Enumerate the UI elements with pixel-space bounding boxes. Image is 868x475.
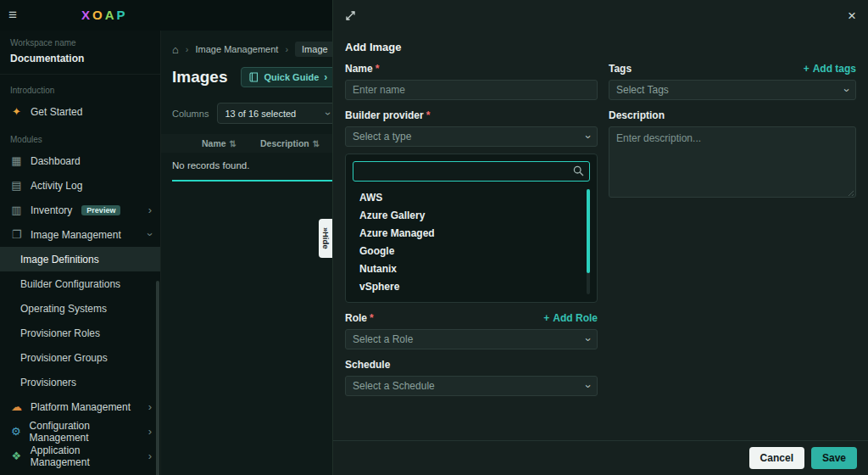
tags-select[interactable]: Select Tags › — [609, 80, 856, 100]
hamburger-menu-icon[interactable]: ≡ — [8, 7, 29, 24]
role-label: Role — [345, 312, 367, 324]
tags-placeholder: Select Tags — [616, 84, 669, 96]
expand-icon[interactable] — [345, 10, 356, 21]
columns-select[interactable]: 13 of 16 selected › — [217, 103, 337, 124]
description-textarea-wrap — [609, 126, 856, 201]
sort-icon[interactable]: ⇅ — [230, 139, 236, 148]
search-icon — [573, 165, 584, 176]
preview-badge: Preview — [81, 205, 120, 215]
chevron-right-icon: › — [186, 44, 189, 54]
option-azure-gallery[interactable]: Azure Gallery — [353, 206, 581, 224]
sidebar-item-label: Image Management — [31, 229, 121, 241]
option-google[interactable]: Google — [353, 242, 581, 260]
workspace-block: Workspace name Documentation — [0, 31, 160, 75]
required-marker: * — [376, 63, 380, 75]
sidebar-item-label: Activity Log — [31, 180, 82, 192]
section-modules: Modules — [0, 124, 160, 148]
plus-icon: + — [804, 63, 810, 75]
chevron-down-icon: › — [840, 88, 853, 92]
drawer-title: Add Image — [333, 31, 868, 53]
schedule-placeholder: Select a Schedule — [353, 380, 435, 392]
chevron-right-icon: › — [285, 44, 288, 54]
sidebar-item-get-started[interactable]: ✦ Get Started — [0, 99, 160, 124]
provider-search-input[interactable] — [353, 161, 590, 182]
add-role-label: Add Role — [553, 312, 598, 324]
hide-drawer-button[interactable]: » Hide — [319, 219, 332, 258]
sidebar-item-provisioner-groups[interactable]: Provisioner Groups — [0, 345, 160, 370]
chevron-down-icon: › — [581, 135, 594, 138]
add-tags-label: Add tags — [813, 63, 856, 75]
sidebar-item-application-management[interactable]: ❖ Application Management › — [0, 444, 160, 468]
tags-label: Tags — [609, 63, 632, 75]
name-field-label-row: Name * — [345, 63, 598, 75]
sidebar-item-inventory[interactable]: ▥ Inventory Preview › — [0, 198, 160, 222]
get-started-icon: ✦ — [10, 105, 23, 118]
close-icon[interactable]: × — [848, 8, 856, 23]
workspace-label: Workspace name — [10, 38, 150, 48]
name-input[interactable] — [345, 80, 598, 100]
sidebar-item-operating-systems[interactable]: Operating Systems — [0, 296, 160, 321]
sidebar-item-label: Get Started — [31, 106, 82, 118]
dropdown-search-wrap — [353, 161, 590, 182]
breadcrumb-current: Image — [295, 42, 335, 57]
provider-options-list: AWS Azure Gallery Azure Managed Google N… — [353, 188, 590, 295]
option-vsphere[interactable]: vSphere — [353, 277, 581, 295]
description-textarea[interactable] — [609, 126, 856, 198]
option-nutanix[interactable]: Nutanix — [353, 260, 581, 277]
sidebar-item-builder-configurations[interactable]: Builder Configurations — [0, 271, 160, 296]
sidebar-item-image-definitions[interactable]: Image Definitions — [0, 247, 160, 271]
columns-label: Columns — [172, 109, 209, 119]
add-tags-link[interactable]: + Add tags — [804, 63, 856, 75]
breadcrumb-image-management[interactable]: Image Management — [196, 44, 279, 54]
sidebar-item-provisioner-roles[interactable]: Provisioner Roles — [0, 321, 160, 345]
column-header-label: Description — [260, 138, 309, 148]
image-management-icon: ❐ — [10, 228, 23, 241]
workspace-name[interactable]: Documentation — [10, 53, 150, 64]
sidebar-item-image-management[interactable]: ❐ Image Management › — [0, 222, 160, 247]
role-placeholder: Select a Role — [353, 333, 413, 345]
builder-provider-select[interactable]: Select a type › — [345, 126, 598, 147]
role-label-row: Role * + Add Role — [345, 312, 598, 324]
column-header-name[interactable]: Name ⇅ — [202, 138, 236, 148]
configuration-management-icon: ⚙ — [10, 425, 22, 438]
builder-provider-placeholder: Select a type — [353, 131, 411, 142]
chevron-right-icon: › — [148, 425, 152, 438]
columns-select-value: 13 of 16 selected — [225, 109, 296, 119]
logo-letter-x: X — [81, 8, 92, 22]
tags-label-row: Tags + Add tags — [609, 63, 856, 75]
option-azure-managed[interactable]: Azure Managed — [353, 224, 581, 242]
sidebar-item-dashboard[interactable]: ▦ Dashboard — [0, 148, 160, 173]
column-header-label: Name — [202, 138, 226, 148]
book-icon — [249, 72, 259, 82]
schedule-select[interactable]: Select a Schedule › — [345, 376, 598, 396]
chevron-down-icon: › — [143, 232, 156, 236]
home-icon[interactable]: ⌂ — [172, 43, 179, 56]
sidebar-scrollbar[interactable] — [156, 281, 159, 475]
chevron-right-icon: › — [324, 71, 327, 83]
logo-letter-a: A — [105, 8, 117, 22]
name-label: Name — [345, 63, 373, 75]
sidebar-item-provisioners[interactable]: Provisioners — [0, 370, 160, 394]
option-aws[interactable]: AWS — [353, 188, 581, 206]
inventory-icon: ▥ — [10, 204, 23, 216]
column-header-description[interactable]: Description ⇅ — [260, 138, 320, 148]
builder-provider-dropdown: AWS Azure Gallery Azure Managed Google N… — [345, 154, 598, 303]
sidebar-item-activity-log[interactable]: ▤ Activity Log — [0, 173, 160, 198]
cancel-button[interactable]: Cancel — [749, 447, 804, 469]
role-select[interactable]: Select a Role › — [345, 329, 598, 349]
sidebar-item-label: Configuration Management — [30, 420, 141, 444]
add-role-link[interactable]: + Add Role — [543, 312, 598, 324]
chevron-right-icon: › — [148, 400, 152, 413]
sort-icon[interactable]: ⇅ — [313, 139, 320, 148]
form-right-column: Tags + Add tags Select Tags › Descriptio… — [609, 53, 856, 201]
quick-guide-button[interactable]: Quick Guide › — [241, 67, 336, 87]
save-button[interactable]: Save — [811, 447, 857, 469]
sidebar-item-platform-management[interactable]: ☁ Platform Management › — [0, 394, 160, 419]
dropdown-scrollbar-thumb[interactable] — [587, 189, 590, 273]
sidebar-item-configuration-management[interactable]: ⚙ Configuration Management › — [0, 419, 160, 444]
plus-icon: + — [543, 312, 549, 324]
activity-log-icon: ▤ — [10, 179, 23, 192]
add-image-form: Name * Builder provider * Select a type … — [333, 53, 868, 396]
schedule-label-row: Schedule — [345, 359, 598, 371]
quick-guide-label: Quick Guide — [264, 72, 319, 82]
